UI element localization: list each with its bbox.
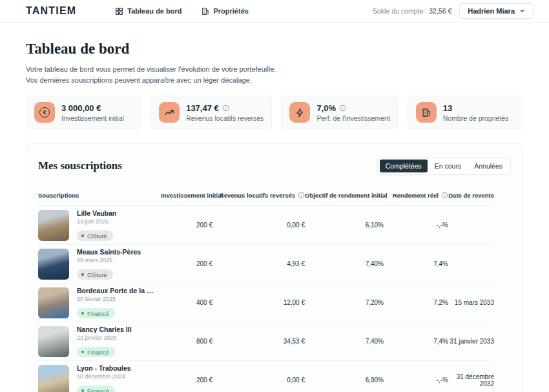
subscription-cell: Nancy Charles III 22 janvier 2025 Financ… bbox=[38, 322, 161, 360]
tab-cancelled[interactable]: Annulées bbox=[468, 160, 508, 172]
user-name: Hadrien Miara bbox=[468, 7, 515, 15]
status-dot bbox=[81, 351, 84, 353]
nav-item-dashboard[interactable]: Tableau de bord bbox=[115, 7, 181, 15]
info-icon[interactable] bbox=[441, 192, 448, 199]
rental-income-value: 4,93 € bbox=[212, 260, 305, 267]
account-balance: Solde du compte : 32,56 € bbox=[373, 7, 452, 15]
subscription-date: 22 janvier 2025 bbox=[77, 335, 132, 341]
description-line-1: Votre tableau de bord vous permet de vis… bbox=[26, 64, 523, 75]
resale-date-value: 15 mars 2033 bbox=[448, 299, 494, 306]
stat-label: Nombre de propriétés bbox=[443, 114, 509, 122]
real-yield-value: 7,4% bbox=[384, 260, 448, 267]
balance-label: Solde du compte : bbox=[373, 7, 428, 15]
status-badge: Financé bbox=[77, 308, 115, 318]
initial-investment-value: 200 € bbox=[161, 222, 212, 229]
property-thumbnail bbox=[38, 249, 69, 280]
target-yield-value: 6,10% bbox=[305, 222, 384, 229]
real-yield-value: 7,4% bbox=[384, 338, 448, 345]
info-icon[interactable] bbox=[339, 105, 346, 112]
stat-card-property-count: 13 Nombre de propriétés bbox=[408, 96, 523, 129]
property-name: Meaux Saints-Pères bbox=[77, 248, 141, 256]
subscription-date: 18 décembre 2024 bbox=[77, 373, 131, 380]
lightning-icon bbox=[289, 102, 310, 123]
table-row-bordeaux-porte[interactable]: Bordeaux Porte de la M... 20 février 202… bbox=[38, 284, 494, 322]
tantiem-logo[interactable]: TANTIEM bbox=[26, 5, 76, 17]
table-row-meaux-saints-peres[interactable]: Meaux Saints-Pères 28 mars 2025 Clôturé … bbox=[38, 245, 494, 284]
status-badge: Financé bbox=[77, 347, 115, 357]
subscription-cell: Lille Vauban 13 juin 2025 Clôturé bbox=[38, 206, 161, 244]
subscriptions-header: Mes souscriptions Complétées En cours An… bbox=[38, 157, 511, 175]
initial-investment-value: 400 € bbox=[161, 299, 212, 306]
real-yield-value: 7,2% bbox=[384, 299, 448, 306]
chevron-down-icon bbox=[519, 7, 525, 15]
property-name: Lille Vauban bbox=[77, 209, 116, 217]
status-dot bbox=[81, 389, 84, 392]
property-name: Nancy Charles III bbox=[77, 325, 132, 333]
initial-investment-value: 800 € bbox=[161, 338, 212, 345]
navbar-right: Solde du compte : 32,56 € Hadrien Miara bbox=[373, 3, 533, 19]
initial-investment-value: 200 € bbox=[161, 260, 212, 267]
property-name: Lyon - Traboules bbox=[77, 364, 131, 372]
nav-item-properties[interactable]: Propriétés bbox=[201, 7, 248, 15]
tab-completed[interactable]: Complétées bbox=[380, 160, 428, 172]
subscription-date: 20 février 2025 bbox=[77, 296, 154, 302]
page-title: Tableau de bord bbox=[26, 41, 523, 57]
status-dot bbox=[81, 312, 84, 315]
stat-value: 13 bbox=[443, 103, 509, 113]
nav-item-label: Tableau de bord bbox=[127, 7, 181, 15]
building-icon bbox=[201, 7, 209, 15]
resale-date-value: 31 janvier 2033 bbox=[448, 338, 494, 345]
main-content: Tableau de bord Votre tableau de bord vo… bbox=[0, 41, 549, 129]
rental-income-value: 12,00 € bbox=[212, 299, 305, 306]
subscriptions-title: Mes souscriptions bbox=[38, 160, 122, 172]
subscriptions-table: Souscriptions Investissement initial Rev… bbox=[38, 188, 511, 392]
target-yield-value: 7,40% bbox=[305, 260, 384, 267]
resale-date-value: 31 décembre 2032 bbox=[448, 373, 494, 387]
main-nav: Tableau de bord Propriétés bbox=[115, 7, 249, 15]
column-header-target-yield: Objectif de rendement initial bbox=[305, 192, 384, 199]
stat-value: 137,47 € bbox=[186, 103, 264, 113]
status-filter-tabs: Complétées En cours Annulées bbox=[377, 157, 511, 175]
page-description: Votre tableau de bord vous permet de vis… bbox=[26, 64, 523, 86]
stat-label: Investissement initial bbox=[61, 114, 124, 122]
property-thumbnail bbox=[38, 210, 69, 241]
description-line-2: Vos dernières souscriptions peuvent appa… bbox=[26, 75, 523, 86]
subscription-date: 13 juin 2025 bbox=[77, 218, 116, 225]
info-icon[interactable] bbox=[298, 192, 305, 199]
balance-value: 32,56 € bbox=[429, 7, 451, 15]
status-dot bbox=[81, 234, 84, 237]
info-icon[interactable] bbox=[222, 105, 229, 112]
table-row-lyon-traboules[interactable]: Lyon - Traboules 18 décembre 2024 Financ… bbox=[38, 361, 494, 392]
top-navbar: TANTIEM Tableau de bord Propriétés Solde bbox=[0, 0, 549, 23]
column-header-rental-income: Revenus locatifs reversés bbox=[212, 192, 305, 199]
real-yield-value: -,-% bbox=[384, 222, 448, 229]
column-header-initial-investment: Investissement initial bbox=[161, 192, 212, 199]
stat-label: Revenus locatifs reversés bbox=[186, 114, 264, 122]
tab-in-progress[interactable]: En cours bbox=[429, 160, 467, 172]
subscriptions-panel: Mes souscriptions Complétées En cours An… bbox=[26, 143, 523, 392]
subscription-cell: Bordeaux Porte de la M... 20 février 202… bbox=[38, 284, 161, 322]
property-name: Bordeaux Porte de la M... bbox=[77, 287, 154, 294]
rental-income-value: 0,00 € bbox=[212, 222, 305, 229]
user-menu-button[interactable]: Hadrien Miara bbox=[459, 3, 533, 19]
column-header-real-yield: Rendement réel bbox=[384, 192, 448, 199]
table-header-row: Souscriptions Investissement initial Rev… bbox=[38, 188, 494, 206]
stat-card-rental-income: 137,47 € Revenus locatifs reversés bbox=[150, 96, 272, 129]
building-icon bbox=[416, 102, 437, 123]
column-header-subscriptions: Souscriptions bbox=[38, 192, 161, 199]
status-dot bbox=[81, 273, 84, 276]
subscription-date: 28 mars 2025 bbox=[77, 257, 141, 263]
status-badge: Clôturé bbox=[77, 231, 113, 241]
real-yield-value: -,-% bbox=[384, 377, 448, 384]
property-thumbnail bbox=[38, 326, 69, 357]
target-yield-value: 6,90% bbox=[305, 377, 384, 384]
table-row-lille-vauban[interactable]: Lille Vauban 13 juin 2025 Clôturé 200 € … bbox=[38, 206, 494, 245]
stat-label: Perf. de l'investissement bbox=[316, 114, 389, 122]
dashboard-grid-icon bbox=[115, 7, 123, 15]
rental-income-value: 0,00 € bbox=[212, 377, 305, 384]
trend-up-icon bbox=[159, 102, 180, 123]
table-row-nancy-charles[interactable]: Nancy Charles III 22 janvier 2025 Financ… bbox=[38, 322, 494, 361]
target-yield-value: 7,20% bbox=[305, 299, 384, 306]
initial-investment-value: 200 € bbox=[161, 377, 212, 384]
stat-card-performance: 7,0% Perf. de l'investissement bbox=[281, 96, 398, 129]
